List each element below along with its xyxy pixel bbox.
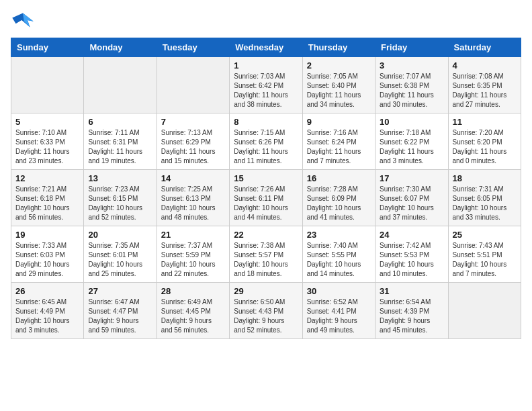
calendar-cell: 5Sunrise: 7:10 AM Sunset: 6:33 PM Daylig… <box>11 113 84 170</box>
calendar-table: SundayMondayTuesdayWednesdayThursdayFrid… <box>11 38 521 339</box>
day-number: 1 <box>234 60 298 71</box>
day-info: Sunrise: 7:35 AM Sunset: 6:01 PM Dayligh… <box>88 241 152 279</box>
day-info: Sunrise: 7:03 AM Sunset: 6:42 PM Dayligh… <box>234 72 298 109</box>
day-info: Sunrise: 7:18 AM Sunset: 6:22 PM Dayligh… <box>380 128 443 166</box>
calendar-cell: 3Sunrise: 7:07 AM Sunset: 6:38 PM Daylig… <box>375 57 448 113</box>
day-info: Sunrise: 6:54 AM Sunset: 4:39 PM Dayligh… <box>380 298 443 335</box>
day-number: 6 <box>88 117 152 127</box>
calendar-cell: 28Sunrise: 6:49 AM Sunset: 4:45 PM Dayli… <box>157 283 229 339</box>
day-number: 31 <box>380 286 443 296</box>
calendar-cell <box>157 57 229 113</box>
day-info: Sunrise: 7:11 AM Sunset: 6:31 PM Dayligh… <box>88 128 152 166</box>
day-number: 11 <box>453 117 517 127</box>
day-number: 7 <box>161 117 225 127</box>
day-info: Sunrise: 7:23 AM Sunset: 6:15 PM Dayligh… <box>88 185 152 222</box>
calendar-cell: 18Sunrise: 7:31 AM Sunset: 6:05 PM Dayli… <box>448 170 521 226</box>
calendar-cell: 7Sunrise: 7:13 AM Sunset: 6:29 PM Daylig… <box>157 113 229 170</box>
calendar-cell <box>84 57 157 113</box>
calendar-cell: 26Sunrise: 6:45 AM Sunset: 4:49 PM Dayli… <box>11 283 84 339</box>
day-number: 4 <box>453 60 517 71</box>
calendar-cell: 25Sunrise: 7:43 AM Sunset: 5:51 PM Dayli… <box>448 226 521 283</box>
day-info: Sunrise: 6:52 AM Sunset: 4:41 PM Dayligh… <box>307 298 371 335</box>
day-number: 26 <box>15 286 79 296</box>
calendar-cell: 23Sunrise: 7:40 AM Sunset: 5:55 PM Dayli… <box>302 226 375 283</box>
day-info: Sunrise: 7:33 AM Sunset: 6:03 PM Dayligh… <box>15 241 79 279</box>
day-info: Sunrise: 7:10 AM Sunset: 6:33 PM Dayligh… <box>15 128 79 166</box>
calendar-week-5: 26Sunrise: 6:45 AM Sunset: 4:49 PM Dayli… <box>11 283 521 339</box>
day-info: Sunrise: 7:38 AM Sunset: 5:57 PM Dayligh… <box>234 241 298 279</box>
day-number: 19 <box>15 230 79 240</box>
calendar-cell: 6Sunrise: 7:11 AM Sunset: 6:31 PM Daylig… <box>84 113 157 170</box>
calendar-cell: 9Sunrise: 7:16 AM Sunset: 6:24 PM Daylig… <box>302 113 375 170</box>
day-info: Sunrise: 7:15 AM Sunset: 6:26 PM Dayligh… <box>234 128 298 166</box>
calendar-cell: 22Sunrise: 7:38 AM Sunset: 5:57 PM Dayli… <box>230 226 302 283</box>
calendar-cell: 11Sunrise: 7:20 AM Sunset: 6:20 PM Dayli… <box>448 113 521 170</box>
calendar-week-4: 19Sunrise: 7:33 AM Sunset: 6:03 PM Dayli… <box>11 226 521 283</box>
day-info: Sunrise: 7:13 AM Sunset: 6:29 PM Dayligh… <box>161 128 225 166</box>
calendar-week-2: 5Sunrise: 7:10 AM Sunset: 6:33 PM Daylig… <box>11 113 521 170</box>
day-info: Sunrise: 7:07 AM Sunset: 6:38 PM Dayligh… <box>380 72 443 109</box>
calendar-cell <box>11 57 84 113</box>
day-info: Sunrise: 7:40 AM Sunset: 5:55 PM Dayligh… <box>307 241 371 279</box>
day-number: 29 <box>234 286 298 296</box>
day-info: Sunrise: 7:31 AM Sunset: 6:05 PM Dayligh… <box>453 185 517 222</box>
calendar-cell: 10Sunrise: 7:18 AM Sunset: 6:22 PM Dayli… <box>375 113 448 170</box>
day-info: Sunrise: 7:20 AM Sunset: 6:20 PM Dayligh… <box>453 128 517 166</box>
calendar-cell: 29Sunrise: 6:50 AM Sunset: 4:43 PM Dayli… <box>230 283 302 339</box>
calendar-cell: 27Sunrise: 6:47 AM Sunset: 4:47 PM Dayli… <box>84 283 157 339</box>
day-info: Sunrise: 7:30 AM Sunset: 6:07 PM Dayligh… <box>380 185 443 222</box>
calendar-cell: 12Sunrise: 7:21 AM Sunset: 6:18 PM Dayli… <box>11 170 84 226</box>
day-number: 15 <box>234 173 298 183</box>
day-number: 3 <box>380 60 443 71</box>
weekday-header-thursday: Thursday <box>302 38 375 57</box>
calendar-cell <box>448 283 521 339</box>
calendar-cell: 13Sunrise: 7:23 AM Sunset: 6:15 PM Dayli… <box>84 170 157 226</box>
calendar-cell: 31Sunrise: 6:54 AM Sunset: 4:39 PM Dayli… <box>375 283 448 339</box>
calendar-cell: 20Sunrise: 7:35 AM Sunset: 6:01 PM Dayli… <box>84 226 157 283</box>
day-number: 30 <box>307 286 371 296</box>
weekday-header-sunday: Sunday <box>11 38 84 57</box>
day-info: Sunrise: 7:26 AM Sunset: 6:11 PM Dayligh… <box>234 185 298 222</box>
logo-bird-icon <box>11 11 35 30</box>
calendar-week-1: 1Sunrise: 7:03 AM Sunset: 6:42 PM Daylig… <box>11 57 521 113</box>
day-number: 9 <box>307 117 371 127</box>
calendar-cell: 21Sunrise: 7:37 AM Sunset: 5:59 PM Dayli… <box>157 226 229 283</box>
day-number: 18 <box>453 173 517 183</box>
day-info: Sunrise: 6:50 AM Sunset: 4:43 PM Dayligh… <box>234 298 298 335</box>
day-info: Sunrise: 7:21 AM Sunset: 6:18 PM Dayligh… <box>15 185 79 222</box>
calendar-cell: 30Sunrise: 6:52 AM Sunset: 4:41 PM Dayli… <box>302 283 375 339</box>
day-info: Sunrise: 6:45 AM Sunset: 4:49 PM Dayligh… <box>15 298 79 335</box>
calendar-cell: 1Sunrise: 7:03 AM Sunset: 6:42 PM Daylig… <box>230 57 302 113</box>
day-number: 5 <box>15 117 79 127</box>
day-info: Sunrise: 7:37 AM Sunset: 5:59 PM Dayligh… <box>161 241 225 279</box>
day-info: Sunrise: 6:49 AM Sunset: 4:45 PM Dayligh… <box>161 298 225 335</box>
weekday-header-friday: Friday <box>375 38 448 57</box>
weekday-header-monday: Monday <box>84 38 157 57</box>
weekday-header-saturday: Saturday <box>448 38 521 57</box>
page-header <box>11 11 521 30</box>
calendar-cell: 24Sunrise: 7:42 AM Sunset: 5:53 PM Dayli… <box>375 226 448 283</box>
day-info: Sunrise: 7:28 AM Sunset: 6:09 PM Dayligh… <box>307 185 371 222</box>
calendar-cell: 4Sunrise: 7:08 AM Sunset: 6:35 PM Daylig… <box>448 57 521 113</box>
calendar-cell: 14Sunrise: 7:25 AM Sunset: 6:13 PM Dayli… <box>157 170 229 226</box>
svg-marker-1 <box>23 13 34 28</box>
day-number: 12 <box>15 173 79 183</box>
calendar-cell: 2Sunrise: 7:05 AM Sunset: 6:40 PM Daylig… <box>302 57 375 113</box>
calendar-week-3: 12Sunrise: 7:21 AM Sunset: 6:18 PM Dayli… <box>11 170 521 226</box>
logo <box>11 11 38 30</box>
day-number: 2 <box>307 60 371 71</box>
day-number: 17 <box>380 173 443 183</box>
day-number: 16 <box>307 173 371 183</box>
calendar-cell: 19Sunrise: 7:33 AM Sunset: 6:03 PM Dayli… <box>11 226 84 283</box>
day-number: 23 <box>307 230 371 240</box>
calendar-cell: 8Sunrise: 7:15 AM Sunset: 6:26 PM Daylig… <box>230 113 302 170</box>
day-number: 14 <box>161 173 225 183</box>
day-number: 24 <box>380 230 443 240</box>
weekday-header-tuesday: Tuesday <box>157 38 229 57</box>
day-info: Sunrise: 7:16 AM Sunset: 6:24 PM Dayligh… <box>307 128 371 166</box>
day-info: Sunrise: 7:42 AM Sunset: 5:53 PM Dayligh… <box>380 241 443 279</box>
day-number: 21 <box>161 230 225 240</box>
day-info: Sunrise: 7:05 AM Sunset: 6:40 PM Dayligh… <box>307 72 371 109</box>
day-info: Sunrise: 7:43 AM Sunset: 5:51 PM Dayligh… <box>453 241 517 279</box>
calendar-cell: 17Sunrise: 7:30 AM Sunset: 6:07 PM Dayli… <box>375 170 448 226</box>
